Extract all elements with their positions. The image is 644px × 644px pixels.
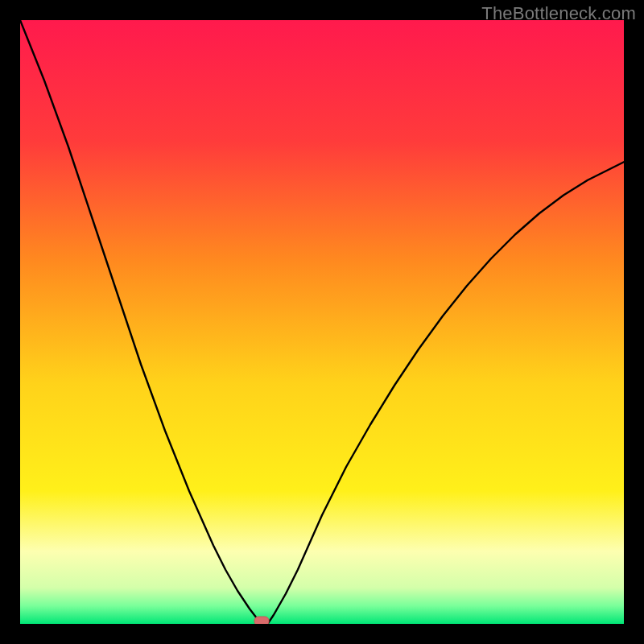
chart-frame: TheBottleneck.com bbox=[0, 0, 644, 644]
gradient-background bbox=[20, 20, 624, 624]
optimal-point-marker bbox=[254, 617, 269, 624]
bottleneck-chart bbox=[20, 20, 624, 624]
plot-area bbox=[20, 20, 624, 624]
watermark-text: TheBottleneck.com bbox=[481, 3, 636, 24]
